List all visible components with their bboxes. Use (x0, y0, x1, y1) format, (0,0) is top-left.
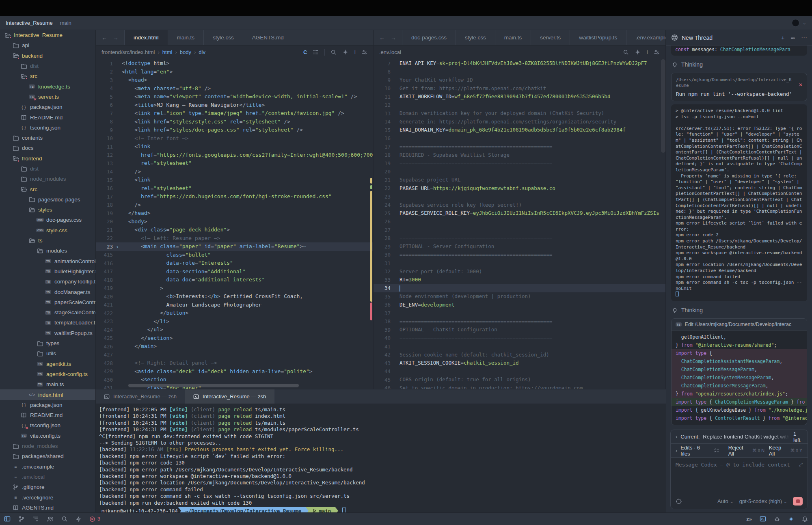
tree-item-index.html[interactable]: </>index.html (0, 389, 95, 400)
text-cursor-icon[interactable]: I (354, 49, 356, 55)
expand-current-icon[interactable]: › (676, 434, 677, 440)
code-line-8[interactable]: 8 (374, 68, 665, 76)
code-line-425[interactable]: 425 </section> (96, 334, 373, 343)
terminal-toggle-icon[interactable] (760, 516, 766, 522)
tab-AGENTS.md[interactable]: AGENTS.md (243, 30, 293, 45)
breadcrumb-path[interactable]: .env.local (379, 49, 401, 55)
code-line-423[interactable]: 423 </li> (96, 318, 373, 326)
titlebar-branch[interactable]: main (60, 20, 71, 26)
code-line-14[interactable]: 14Generate in: https://platform.openai.c… (374, 118, 665, 126)
edits-row[interactable]: › Edits · 6 files Reject All⌘⇧N Keep All… (671, 444, 808, 458)
code-line-16[interactable]: 16 rel="stylesheet" (96, 184, 373, 193)
collab-panel-icon[interactable] (47, 516, 54, 523)
code-line-10[interactable]: 10 <!— Inter font —> (96, 134, 373, 143)
diagnostics-indicator[interactable]: 3 (89, 516, 100, 522)
tree-item-AGENTS.md[interactable]: AGENTS.md (0, 503, 95, 512)
code-line-15[interactable]: 15 <link (96, 176, 373, 184)
thinking-header[interactable]: Thinking (672, 61, 806, 68)
horizontal-scrollbar[interactable] (128, 384, 299, 387)
editor-settings-icon[interactable] (361, 49, 367, 55)
code-line-18[interactable]: 18 /> (96, 201, 373, 210)
nav-forward-icon[interactable]: → (391, 35, 396, 41)
code-line-33[interactable]: 33RT=3000 (374, 276, 665, 284)
code-line-25[interactable]: 25PABASE_SERVICE_ROLE_KEY=eyJhbGciOiJIUz… (374, 209, 665, 218)
code-line-11[interactable]: 11 <link (96, 143, 373, 151)
keep-all-button[interactable]: Keep All⌘⇧Y (769, 445, 803, 457)
code-line-427[interactable]: 427 (96, 351, 373, 359)
tree-item-.env.example[interactable]: ≡.env.example (0, 461, 95, 471)
code-line-17[interactable]: 17 href="https://cdn.hugeicons.com/font/… (96, 192, 373, 201)
user-avatar[interactable] (792, 19, 799, 27)
tree-item-agentkit.ts[interactable]: TSagentkit.ts (0, 359, 95, 369)
tree-item-tsconfig.json[interactable]: { }tsconfig.json (0, 123, 95, 133)
search-panel-icon[interactable] (61, 516, 68, 522)
code-line-419[interactable]: 419 > (96, 284, 373, 293)
code-line-21[interactable]: 21 <div class="page deck-hidden"> (96, 226, 373, 234)
tab-waitlistPopup.ts[interactable]: waitlistPopup.ts (570, 30, 626, 45)
code-line-21[interactable]: 21Supabase project URL (374, 176, 665, 184)
tree-item-README.md[interactable]: README.md (0, 112, 95, 122)
code-line-37[interactable]: 37 (374, 309, 665, 318)
tree-item-animationControl[interactable]: TSanimationControl (0, 256, 95, 266)
text-cursor-icon[interactable]: I (646, 49, 648, 55)
code-line-30[interactable]: 30======================================… (374, 251, 665, 259)
code-line-31[interactable]: 31 (374, 259, 665, 268)
nav-back-icon[interactable]: ← (102, 35, 107, 41)
tree-item-doc-pages.css[interactable]: CSSdoc-pages.css (0, 215, 95, 225)
code-line-20[interactable]: 20 <body> (96, 218, 373, 226)
tab-style.css[interactable]: style.css (456, 30, 495, 45)
thinking-header[interactable]: Thinking (672, 307, 806, 313)
code-line-15[interactable]: 15ENAI_DOMAIN_KEY=domain_pk_68e9f4b21e10… (374, 126, 665, 134)
code-line-24[interactable]: 24Supabase service role key (keep secret… (374, 201, 665, 210)
tree-item-dist[interactable]: dist (0, 164, 95, 174)
code-line-421[interactable]: 421 Amateur Landscape Photographer (96, 301, 373, 309)
breadcrumb-segment[interactable]: html (162, 49, 173, 55)
context-target-icon[interactable] (676, 498, 682, 505)
debug-icon[interactable] (774, 516, 780, 522)
code-editor-env-local[interactable]: 7ENAI_API_KEY=sk-proj-Dl4bK4JHFVdvEhJ6we… (374, 59, 665, 389)
tree-item-server.ts[interactable]: TS✕server.ts (0, 92, 95, 102)
expand-edits-icon[interactable]: › (676, 447, 677, 454)
code-line-7[interactable]: 7ENAI_API_KEY=sk-proj-Dl4bK4JHFVdvEhJ6we… (374, 59, 665, 68)
code-line-19[interactable]: 19======================================… (374, 159, 665, 168)
notifications-bell-icon[interactable] (802, 516, 808, 522)
code-line-42[interactable]: 42Session cookie name (default: chatkit_… (374, 351, 665, 359)
code-line-12[interactable]: 12 href="https://fonts.googleapis.com/cs… (96, 151, 373, 160)
code-line-2[interactable]: 2<html lang="en"> (96, 68, 373, 76)
terminal-output[interactable]: [frontend] 10:22:05 PM [vite] (client) p… (96, 404, 666, 512)
inline-assist-icon[interactable] (342, 49, 348, 55)
code-line-11[interactable]: 11ATKIT_WORKFLOW_ID=wf_68e5f72f6ee881909… (374, 93, 665, 101)
thread-history-icon[interactable]: ≂ (790, 34, 795, 41)
code-line-23[interactable]: 23 (374, 192, 665, 201)
code-line-29[interactable]: 29OPTIONAL - Server Configuration (374, 242, 665, 251)
tree-item-docManager.ts[interactable]: TSdocManager.ts (0, 287, 95, 297)
code-line-10[interactable]: 10Get it from: https://platform.openai.c… (374, 84, 665, 93)
quick-actions-icon[interactable] (76, 516, 82, 522)
tree-item-README.md[interactable]: README.md (0, 410, 95, 420)
code-line-41[interactable]: 41 (374, 342, 665, 351)
tree-item-bulletHighlighter.t[interactable]: TSbulletHighlighter.t (0, 266, 95, 277)
code-line-38[interactable]: 38======================================… (374, 318, 665, 326)
tree-item-package.json[interactable]: { }package.json (0, 102, 95, 112)
nav-back-icon[interactable]: ← (379, 35, 385, 41)
tab-server.ts[interactable]: server.ts (531, 30, 570, 45)
tree-item-main.ts[interactable]: TSmain.ts (0, 379, 95, 389)
new-thread-icon[interactable]: + (781, 34, 785, 41)
code-line-28[interactable]: 28======================================… (374, 234, 665, 243)
outline-panel-icon[interactable] (32, 516, 39, 522)
tree-item-Interactive_Resume[interactable]: Interactive_Resume (0, 30, 95, 40)
current-task-row[interactable]: › Current: Replace frontend ChatKit widg… (671, 430, 808, 444)
code-line-7[interactable]: 7 <link rel="icon" type="image/jpeg" hre… (96, 109, 373, 118)
code-line-422[interactable]: 422 </button> (96, 309, 373, 318)
nav-forward-icon[interactable]: → (113, 35, 119, 41)
code-line-417[interactable]: 417 data-section="Additional" (96, 268, 373, 276)
tree-item-.gitignore[interactable]: .gitignore (0, 482, 95, 492)
tree-item-modules[interactable]: modules (0, 246, 95, 256)
code-line-12[interactable]: 12 (374, 101, 665, 110)
breadcrumb-segment[interactable]: div (199, 49, 205, 55)
code-line-430[interactable]: 430 <section (96, 376, 373, 384)
tree-item-backend[interactable]: backend (0, 51, 95, 61)
copilot-icon[interactable]: C (303, 49, 307, 55)
tree-item-package.json[interactable]: { }package.json (0, 400, 95, 410)
editor-settings-icon[interactable] (654, 49, 660, 55)
